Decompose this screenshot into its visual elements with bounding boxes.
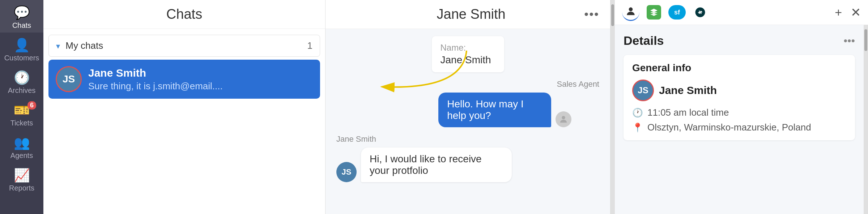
svg-point-2 [629,7,633,11]
customer-message-row: Jane Smith JS Hi, I would like to receiv… [336,134,599,182]
chevron-down-icon: ▾ [56,42,60,51]
agent-message-bubble: Hello. How may I help you? [438,93,551,127]
chat-header: Jane Smith ••• [326,0,610,29]
scrollbar-track[interactable] [610,0,615,214]
reports-icon: 📈 [14,168,30,183]
agent-avatar-small [556,111,571,127]
my-chats-count: 1 [307,40,312,51]
customers-icon: 👤 [14,38,30,53]
agent-sender-label: Sales Agent [557,80,599,89]
sidebar-item-agents[interactable]: 👥 Agents [0,130,43,163]
agents-icon: 👥 [14,135,30,150]
sidebar: 💬 Chats 👤 Customers 🕐 Archives 🎫 Tickets… [0,0,43,214]
details-header: Details ••• [624,34,855,48]
customer-avatar: JS [336,162,357,182]
my-chats-toggle[interactable]: ▾ My chats 1 [49,35,320,56]
chat-header-more-button[interactable]: ••• [584,7,599,21]
sidebar-archives-label: Archives [8,87,36,94]
tickets-badge: 6 [27,101,36,110]
info-local-time: 11:05 am local time [647,107,729,118]
toolbar-app1-icon[interactable] [645,4,663,21]
right-panel: sf + ✕ Details ••• General info JS [615,0,868,214]
sidebar-agents-label: Agents [10,152,33,159]
sidebar-item-chats[interactable]: 💬 Chats [0,0,43,33]
name-card-value: Jane Smith [441,54,495,66]
name-card: Name: Jane Smith [432,36,504,72]
chat-messages: Name: Jane Smith Sales Agent Hello. How … [326,29,610,214]
clock-icon: 🕐 [632,108,643,118]
chat-header-title: Jane Smith [358,7,584,22]
agent-message-row: Sales Agent Hello. How may I help you? [336,80,599,127]
customer-message-bubble: Hi, I would like to receive your protfol… [361,147,512,182]
scrollbar-thumb[interactable] [611,4,614,26]
name-card-label: Name: [441,43,495,53]
customer-sender-label: Jane Smith [336,134,376,144]
details-title: Details [624,34,664,48]
chat-item-preview: Sure thing, it is j.smith@email.... [88,81,313,92]
right-panel-content: Details ••• General info JS Jane Smith 🕐… [615,25,864,214]
right-panel-toolbar: sf + ✕ [615,0,868,25]
chat-item-avatar: JS [56,66,82,92]
general-info-title: General info [632,62,846,74]
customer-row-inner: JS Hi, I would like to receive your prot… [336,147,552,182]
right-panel-scrollbar-thumb[interactable] [864,29,867,51]
my-chats-section: ▾ My chats 1 [48,35,320,57]
info-local-time-row: 🕐 11:05 am local time [632,107,846,118]
chat-area: Jane Smith ••• Name: Jane Smith Sales Ag… [326,0,610,214]
sidebar-reports-label: Reports [9,184,34,192]
sidebar-tickets-label: Tickets [10,119,33,127]
info-location-row: 📍 Olsztyn, Warminsko-mazurskie, Poland [632,122,846,133]
info-avatar: JS [632,80,654,101]
sidebar-customers-label: Customers [4,54,39,61]
toolbar-salesforce-icon[interactable]: sf [668,4,686,21]
info-user-name: Jane Smith [659,84,717,97]
details-more-button[interactable]: ••• [843,35,855,47]
archives-icon: 🕐 [14,70,30,85]
toolbar-person-icon[interactable] [622,4,639,21]
agent-row-inner: Hello. How may I help you? [438,93,599,127]
sidebar-chats-label: Chats [12,22,31,29]
toolbar-zendesk-icon[interactable] [692,4,709,21]
sidebar-item-customers[interactable]: 👤 Customers [0,33,43,65]
svg-point-0 [562,116,565,119]
chat-item-info: Jane Smith Sure thing, it is j.smith@ema… [88,67,313,92]
sidebar-item-tickets[interactable]: 🎫 Tickets 6 [0,98,43,130]
toolbar-close-button[interactable]: ✕ [851,5,861,20]
general-info-user: JS Jane Smith [632,80,846,101]
chat-area-wrapper: Jane Smith ••• Name: Jane Smith Sales Ag… [326,0,610,214]
chats-panel: Chats ▾ My chats 1 JS Jane Smith Sure th… [43,0,326,214]
toolbar-add-button[interactable]: + [835,5,842,20]
chat-item-name: Jane Smith [88,67,313,79]
location-icon: 📍 [632,123,643,133]
info-location: Olsztyn, Warminsko-mazurskie, Poland [647,122,811,133]
sidebar-item-reports[interactable]: 📈 Reports [0,163,43,195]
sidebar-item-archives[interactable]: 🕐 Archives [0,65,43,98]
chats-panel-title: Chats [166,7,202,22]
right-panel-scrollbar[interactable] [864,25,868,214]
chats-panel-header: Chats [43,0,325,29]
my-chats-label: My chats [65,40,103,51]
chats-icon: 💬 [14,5,30,20]
chat-list-item[interactable]: JS Jane Smith Sure thing, it is j.smith@… [48,60,320,99]
general-info-card: General info JS Jane Smith 🕐 11:05 am lo… [624,55,855,140]
